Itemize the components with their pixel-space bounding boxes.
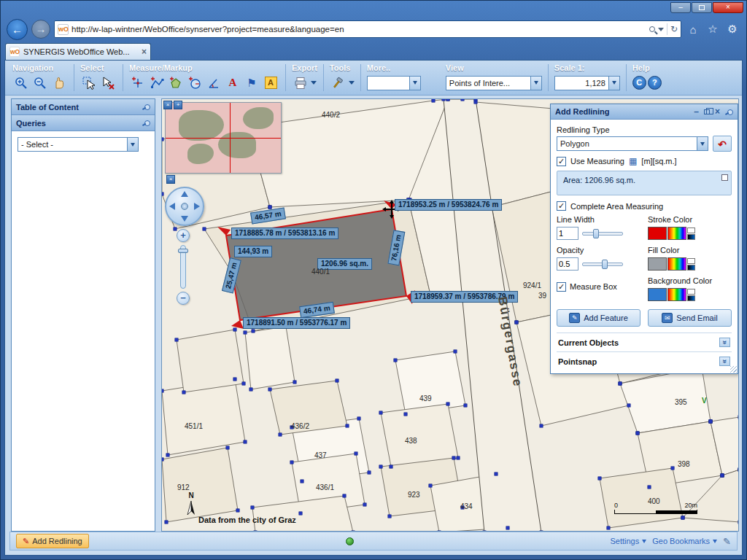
active-tool-chip[interactable]: ✎ Add Redlining [16, 534, 89, 548]
pointsnap-section[interactable]: Pointsnap » [557, 351, 732, 370]
pan-east-arrow-icon[interactable] [194, 203, 200, 210]
fill-color-picker[interactable] [648, 257, 732, 271]
panel-restore-icon[interactable] [704, 109, 710, 114]
background-rainbow-swatch[interactable] [667, 288, 686, 301]
fill-color-swatch[interactable] [648, 257, 667, 271]
zoom-out-tool[interactable] [31, 74, 49, 92]
pan-south-arrow-icon[interactable] [181, 216, 188, 222]
line-width-slider[interactable] [582, 232, 623, 236]
dropdown-button[interactable] [608, 77, 619, 90]
color-option[interactable] [687, 234, 695, 240]
window-close-button[interactable]: × [713, 2, 743, 13]
zoom-in-tool[interactable] [12, 74, 30, 92]
table-of-content-header[interactable]: Table of Content [12, 99, 155, 115]
zoom-slider[interactable] [180, 245, 186, 289]
measure-distance-tool[interactable] [148, 74, 166, 92]
color-option[interactable] [687, 258, 695, 264]
stroke-color-picker[interactable] [648, 226, 732, 241]
redline-text-tool[interactable]: A [224, 74, 241, 92]
measure-area-tool[interactable] [167, 74, 185, 92]
tab-weboffice[interactable]: wO SYNERGIS WebOffice Web... × [5, 43, 151, 60]
panel-pin-icon[interactable] [725, 108, 733, 116]
tab-close-icon[interactable]: × [142, 47, 147, 56]
color-option[interactable] [687, 289, 695, 295]
slider-thumb[interactable] [602, 260, 608, 269]
units-label[interactable]: [m][sq.m.] [641, 157, 676, 166]
select-features-tool[interactable] [80, 74, 98, 92]
expand-chevron-icon[interactable]: » [719, 357, 730, 366]
zoom-out-button[interactable]: − [177, 292, 190, 305]
measure-azimuth-tool[interactable] [205, 74, 222, 92]
pan-center-button[interactable] [181, 203, 188, 210]
settings-gear-icon[interactable]: ⚙ [724, 23, 740, 36]
stroke-rainbow-swatch[interactable] [667, 227, 686, 240]
background-color-swatch[interactable] [648, 288, 667, 301]
refresh-icon[interactable]: ↻ [670, 21, 678, 37]
tools-dropdown-icon[interactable] [349, 81, 355, 85]
zoom-slider-handle[interactable] [178, 249, 188, 253]
geo-bookmarks-menu[interactable]: Geo Bookmarks [652, 537, 717, 545]
redline-flag-tool[interactable]: ⚑ [243, 74, 260, 92]
measure-circle-tool[interactable] [186, 74, 204, 92]
queries-header[interactable]: Queries [12, 115, 155, 131]
send-email-button[interactable]: ✉ Send Email [648, 309, 732, 327]
units-grid-icon[interactable]: ▦ [629, 156, 637, 166]
url-field[interactable]: wO http://w-lap-wintner/WebOffice/synser… [54, 20, 681, 38]
panel-resize-grip[interactable] [730, 366, 737, 373]
pan-west-arrow-icon[interactable] [169, 203, 175, 210]
view-dropdown[interactable]: Points of Intere... [446, 76, 542, 90]
copyright-button[interactable]: C [632, 76, 646, 90]
pan-tool[interactable] [50, 74, 68, 92]
forward-button[interactable]: → [31, 20, 50, 39]
undo-button[interactable]: ↶ [713, 136, 732, 152]
query-select[interactable]: - Select - [18, 137, 139, 152]
nav-widget-close-button[interactable]: × [166, 175, 175, 184]
redline-label-tool[interactable]: A [262, 74, 279, 92]
scale-dropdown[interactable]: 1,128 [554, 76, 620, 90]
window-minimize-button[interactable]: – [670, 2, 691, 13]
export-dropdown-icon[interactable] [311, 81, 317, 85]
pin-icon[interactable] [142, 119, 150, 127]
slider-thumb[interactable] [593, 229, 599, 238]
color-option[interactable] [687, 295, 695, 301]
favorites-star-icon[interactable]: ☆ [705, 23, 721, 36]
search-icon[interactable] [649, 26, 655, 32]
fill-rainbow-swatch[interactable] [667, 257, 686, 271]
expand-chevron-icon[interactable]: » [719, 338, 730, 347]
url-text[interactable]: http://w-lap-wintner/WebOffice/synserver… [71, 25, 646, 34]
color-option[interactable] [687, 265, 695, 271]
opacity-slider[interactable] [582, 262, 623, 266]
complete-area-checkbox[interactable]: ✓ [557, 201, 566, 211]
current-objects-section[interactable]: Current Objects » [557, 332, 732, 351]
color-option[interactable] [687, 228, 695, 233]
redlining-type-select[interactable]: Polygon [557, 136, 708, 151]
help-button[interactable]: ? [648, 76, 662, 90]
pan-north-arrow-icon[interactable] [181, 191, 188, 197]
redlining-panel-header[interactable]: Add Redlining – × [551, 104, 738, 120]
zoom-in-button[interactable]: + [177, 229, 190, 242]
back-button[interactable]: ← [7, 19, 28, 40]
dropdown-button[interactable] [530, 77, 541, 90]
dropdown-button[interactable] [409, 77, 420, 90]
dropdown-button[interactable] [127, 138, 138, 151]
url-dropdown-icon[interactable] [658, 28, 664, 31]
measure-coordinate-tool[interactable] [129, 74, 147, 92]
panel-close-icon[interactable]: × [715, 106, 720, 117]
overview-pan-button[interactable]: + [174, 101, 182, 109]
edit-pencil-icon[interactable]: ✎ [723, 536, 731, 547]
home-icon[interactable]: ⌂ [685, 23, 701, 36]
pin-icon[interactable] [142, 103, 150, 111]
panel-minimize-icon[interactable]: – [694, 106, 699, 117]
tools-menu-button[interactable] [330, 74, 347, 92]
print-tool[interactable] [292, 74, 309, 92]
stroke-color-swatch[interactable] [648, 227, 667, 240]
measure-box-checkbox[interactable]: ✓ [557, 282, 566, 292]
detach-icon[interactable] [721, 174, 728, 181]
overview-map[interactable] [165, 102, 282, 174]
pan-compass[interactable] [165, 187, 204, 226]
overview-close-button[interactable]: × [163, 101, 172, 109]
more-dropdown[interactable] [367, 76, 421, 90]
dropdown-button[interactable] [697, 137, 708, 150]
settings-menu[interactable]: Settings [610, 537, 646, 545]
clear-selection-tool[interactable] [99, 74, 117, 92]
